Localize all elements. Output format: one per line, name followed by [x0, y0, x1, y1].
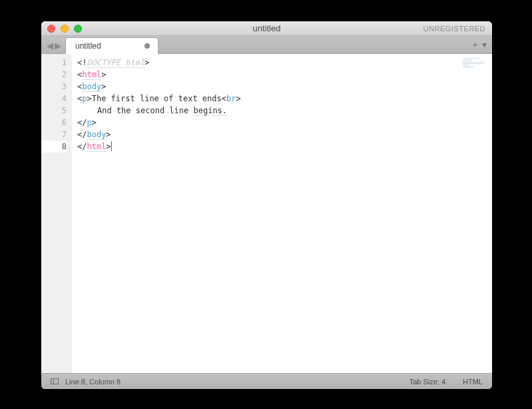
code-line: And the second line begins. — [77, 105, 492, 117]
text-cursor — [111, 141, 112, 151]
app-window: untitled UNREGISTERED ◀ ▶ untitled + ▾ 1… — [41, 21, 492, 389]
status-tab-size[interactable]: Tab Size: 4 — [409, 378, 445, 386]
minimap[interactable] — [463, 58, 488, 73]
code-line: <html> — [77, 69, 492, 81]
line-number: 8 — [41, 141, 67, 153]
code-line: </html> — [77, 141, 492, 153]
editor[interactable]: 12345678 <!DOCTYPE html><html><body><p>T… — [41, 54, 492, 373]
new-tab-icon[interactable]: + — [473, 39, 478, 50]
code-line: <!DOCTYPE html> — [77, 57, 492, 69]
line-number: 4 — [41, 93, 67, 105]
line-number: 2 — [41, 69, 67, 81]
panel-toggle-icon[interactable] — [51, 378, 59, 384]
status-syntax[interactable]: HTML — [463, 378, 483, 386]
registration-label: UNREGISTERED — [423, 25, 485, 33]
nav-forward-icon[interactable]: ▶ — [55, 41, 61, 51]
tab-overflow-icon[interactable]: ▾ — [482, 39, 487, 50]
close-button[interactable] — [47, 25, 55, 33]
nav-back-icon[interactable]: ◀ — [47, 41, 53, 51]
line-number: 7 — [41, 129, 67, 141]
tabbar-actions: + ▾ — [473, 39, 487, 50]
tab-untitled[interactable]: untitled — [65, 37, 158, 54]
code-line: </p> — [77, 117, 492, 129]
line-number: 5 — [41, 105, 67, 117]
maximize-button[interactable] — [74, 25, 82, 33]
minimize-button[interactable] — [61, 25, 69, 33]
status-bar: Line 8, Column 8 Tab Size: 4 HTML — [41, 373, 492, 389]
line-number: 6 — [41, 117, 67, 129]
code-area[interactable]: <!DOCTYPE html><html><body><p>The first … — [72, 54, 492, 373]
line-number: 1 — [41, 57, 67, 69]
line-number: 3 — [41, 81, 67, 93]
window-controls — [47, 25, 82, 33]
status-position[interactable]: Line 8, Column 8 — [65, 378, 121, 386]
code-line: </body> — [77, 129, 492, 141]
dirty-indicator-icon — [144, 43, 150, 49]
history-nav: ◀ ▶ — [47, 41, 61, 51]
tab-bar: ◀ ▶ untitled + ▾ — [41, 36, 492, 54]
titlebar: untitled UNREGISTERED — [41, 21, 492, 36]
code-line: <body> — [77, 81, 492, 93]
gutter: 12345678 — [41, 54, 72, 373]
code-line: <p>The first line of text ends<br> — [77, 93, 492, 105]
tab-label: untitled — [75, 41, 101, 51]
